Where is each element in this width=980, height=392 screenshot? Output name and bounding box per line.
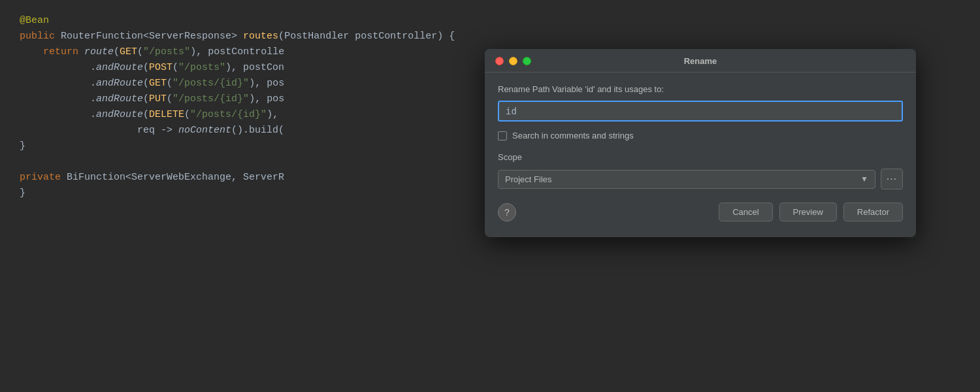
scope-row: Project Files ▼ ··· [498,169,903,189]
traffic-lights [495,57,531,65]
rename-dialog: Rename Rename Path Variable 'id' and its… [485,49,916,237]
rename-input[interactable] [498,101,903,122]
dialog-footer: ? Cancel Preview Refactor [498,203,903,224]
checkbox-row: Search in comments and strings [498,131,903,140]
maximize-button[interactable] [523,57,531,65]
minimize-button[interactable] [509,57,517,65]
preview-button[interactable]: Preview [779,203,837,221]
question-mark-icon: ? [504,207,510,218]
search-in-comments-checkbox[interactable] [498,131,507,140]
dropdown-arrow-icon: ▼ [860,174,868,184]
dialog-titlebar: Rename [485,49,916,73]
refactor-button[interactable]: Refactor [843,203,903,221]
code-line-2: public RouterFunction<ServerResponse> ro… [20,29,960,44]
cancel-button[interactable]: Cancel [719,203,772,221]
dialog-body: Rename Path Variable 'id' and its usages… [485,73,916,237]
scope-more-button[interactable]: ··· [881,169,903,189]
scope-select-value: Project Files [505,174,552,184]
ellipsis-icon: ··· [887,173,897,185]
rename-description: Rename Path Variable 'id' and its usages… [498,84,903,94]
scope-label: Scope [498,152,903,162]
close-button[interactable] [495,57,504,65]
checkbox-label: Search in comments and strings [512,131,634,140]
code-line-1: @Bean [20,13,960,29]
dialog-title: Rename [684,56,717,66]
help-button[interactable]: ? [498,203,516,221]
scope-dropdown[interactable]: Project Files ▼ [498,170,875,189]
